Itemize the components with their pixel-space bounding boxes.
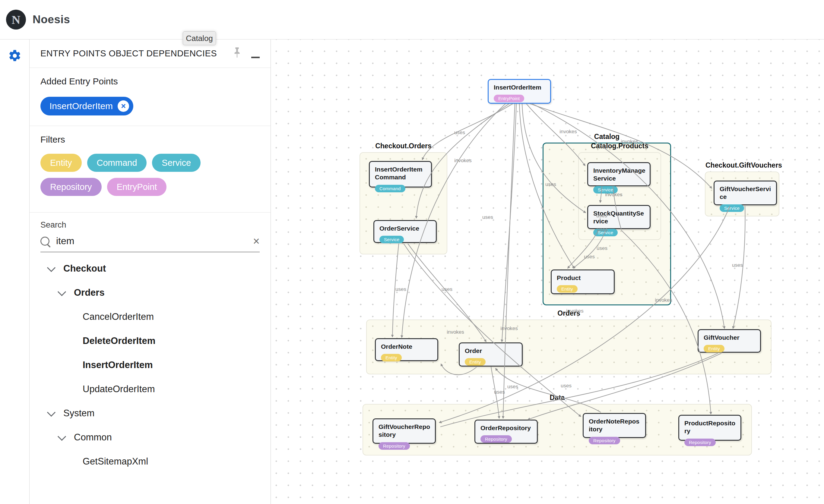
pin-icon[interactable] xyxy=(232,46,242,60)
tree-item-label: Common xyxy=(74,432,112,443)
badge-repository: Repository xyxy=(684,438,716,446)
entry-chip-list: InsertOrderItem× xyxy=(40,97,260,115)
tree-item-system[interactable]: System xyxy=(29,401,271,425)
filter-chip-service[interactable]: Service xyxy=(152,154,201,172)
graph-node-insert-order-item-command[interactable]: InsertOrderItemCommandCommand xyxy=(369,161,432,187)
tree-item-label: DeleteOrderItem xyxy=(83,336,155,346)
search-icon xyxy=(40,237,49,246)
panel-title: ENTRY POINTS OBJECT DEPENDENCIES xyxy=(40,48,232,58)
tree-item-common[interactable]: Common xyxy=(29,425,271,450)
tree-item-orders[interactable]: Orders xyxy=(29,281,271,305)
graph-node-product-repository[interactable]: ProductRepositoryRepository xyxy=(678,415,741,441)
badge-command: Command xyxy=(375,185,405,192)
edge-label-uses: uses xyxy=(597,245,607,251)
badge-entrypoint: EntryPoint xyxy=(494,95,524,102)
badge-entity: Entity xyxy=(381,354,402,361)
edge-label-invokes: invokes xyxy=(500,326,518,332)
entry-point-chip-insertorderitem[interactable]: InsertOrderItem× xyxy=(40,97,133,115)
dependency-edge xyxy=(502,104,516,342)
edge-label-invokes: invokes xyxy=(559,129,577,135)
graph-node-order-service[interactable]: OrderServiceService xyxy=(374,220,437,243)
brand-title: Noesis xyxy=(32,13,70,26)
edge-label-uses: uses xyxy=(597,227,608,233)
dependencies-panel: ENTRY POINTS OBJECT DEPENDENCIES Added E… xyxy=(29,39,271,504)
entry-chip-label: InsertOrderItem xyxy=(49,101,113,111)
search-label: Search xyxy=(40,220,260,230)
graph-node-order[interactable]: OrderEntity xyxy=(459,343,523,367)
namespace-tree: CheckoutOrdersCancelOrderItemDeleteOrder… xyxy=(29,252,271,474)
edge-label-uses: uses xyxy=(482,214,493,220)
added-entry-points-label: Added Entry Points xyxy=(40,76,260,87)
added-entry-points-section: Added Entry Points InsertOrderItem× xyxy=(29,68,271,126)
edge-label-uses: uses xyxy=(732,262,743,268)
filter-chip-entity[interactable]: Entity xyxy=(40,154,82,172)
settings-gear-icon[interactable] xyxy=(8,49,22,63)
chevron-down-icon[interactable] xyxy=(47,263,56,272)
tree-item-insertorderitem[interactable]: InsertOrderItem xyxy=(29,353,271,377)
edge-label-uses: uses xyxy=(596,213,607,219)
tree-item-cancelorderitem[interactable]: CancelOrderItem xyxy=(29,305,271,329)
graph-node-order-note-repository[interactable]: OrderNoteRepositoryRepository xyxy=(583,413,646,438)
filter-chip-command[interactable]: Command xyxy=(87,154,147,172)
badge-entity: Entity xyxy=(704,345,724,352)
node-title: InventoryManageService xyxy=(593,167,650,183)
node-title: GiftVoucher xyxy=(704,334,760,342)
tree-item-label: CancelOrderItem xyxy=(83,311,154,322)
group-title: Catalog.Products xyxy=(579,142,660,150)
edge-label-uses: uses xyxy=(494,389,505,395)
filters-section: Filters EntityCommandServiceRepositoryEn… xyxy=(29,126,271,213)
graph-node-order-note[interactable]: OrderNoteEntity xyxy=(375,338,438,361)
edge-label-uses: uses xyxy=(584,254,595,260)
badge-repository: Repository xyxy=(481,435,512,443)
tree-item-label: Orders xyxy=(74,287,105,298)
badge-entity: Entity xyxy=(557,285,578,293)
graph-node-gift-voucher[interactable]: GiftVoucherEntity xyxy=(698,329,761,353)
graph-node-order-repository[interactable]: OrderRepositoryRepository xyxy=(475,419,538,444)
group-title: Checkout.GiftVouchers xyxy=(706,161,779,169)
graph-node-gift-voucher-repository[interactable]: GiftVoucherRepositoryRepository xyxy=(373,418,436,444)
node-title: InsertOrderItemCommand xyxy=(375,165,431,181)
app-header: N Noesis xyxy=(0,0,824,39)
filter-chip-list: EntityCommandServiceRepositoryEntryPoint xyxy=(40,154,233,202)
tree-item-updateorderitem[interactable]: UpdateOrderItem xyxy=(29,377,271,401)
graph-node-product[interactable]: ProductEntity xyxy=(551,269,615,294)
search-input[interactable] xyxy=(56,235,247,247)
group-title: Data xyxy=(363,394,751,402)
filter-chip-repository[interactable]: Repository xyxy=(40,178,102,196)
tree-item-label: System xyxy=(63,408,94,419)
edge-label-uses: uses xyxy=(507,384,518,390)
edge-label-invokes: invokes xyxy=(605,192,623,198)
chevron-down-icon[interactable] xyxy=(58,432,66,441)
edge-label-uses: uses xyxy=(454,130,465,136)
edge-label-invokes: invokes xyxy=(447,329,464,335)
search-clear-icon[interactable]: × xyxy=(253,235,260,247)
node-title: OrderService xyxy=(380,225,436,232)
badge-repository: Repository xyxy=(379,442,410,450)
node-title: Order xyxy=(465,347,522,355)
node-title: GiftVoucherService xyxy=(720,185,776,201)
tree-item-getsitemapxml[interactable]: GetSitemapXml xyxy=(29,450,271,474)
filter-chip-entrypoint[interactable]: EntryPoint xyxy=(107,178,167,196)
tree-item-label: InsertOrderItem xyxy=(83,360,153,370)
edge-label-invokes: invokes xyxy=(566,308,584,314)
edge-label-invokes: invokes xyxy=(621,139,638,145)
node-title: GiftVoucherRepository xyxy=(379,423,435,439)
node-title: OrderNote xyxy=(381,343,437,351)
graph-node-insert-order-item[interactable]: InsertOrderItemEntryPoint xyxy=(488,79,551,104)
remove-entry-point-icon[interactable]: × xyxy=(118,100,129,112)
search-row: × xyxy=(40,235,260,252)
tree-item-checkout[interactable]: Checkout xyxy=(29,257,271,281)
app-logo: N xyxy=(6,10,26,29)
chevron-down-icon[interactable] xyxy=(47,408,56,416)
filters-label: Filters xyxy=(40,134,260,145)
left-rail xyxy=(0,39,29,504)
tree-item-deleteorderitem[interactable]: DeleteOrderItem xyxy=(29,329,271,353)
search-section: Search × xyxy=(29,213,271,252)
badge-entity: Entity xyxy=(465,358,486,366)
chevron-down-icon[interactable] xyxy=(58,287,66,296)
graph-node-gift-voucher-service[interactable]: GiftVoucherServiceService xyxy=(714,180,777,205)
minimize-icon[interactable] xyxy=(251,57,260,58)
edge-label-invokes: invokes xyxy=(454,158,472,164)
graph-node-inventory-manage-service[interactable]: InventoryManageServiceService xyxy=(587,162,650,186)
edge-label-uses: uses xyxy=(545,181,556,187)
